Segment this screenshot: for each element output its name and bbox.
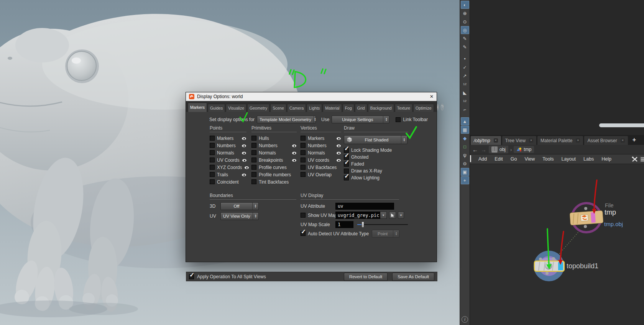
slider-handle[interactable] [361,222,364,228]
profile-curves-icon[interactable]: ⌐ [461,105,469,113]
back-icon[interactable]: ← [472,146,478,153]
dialog-tab[interactable]: Guides [208,104,225,112]
checkbox[interactable]: ✓ [251,143,256,148]
checkbox[interactable]: ✓ [251,158,256,162]
checkbox[interactable]: ✓ [301,150,306,155]
menu-item[interactable]: Tools [539,156,557,162]
handles-icon[interactable]: ✎ [461,43,469,51]
show-uv-map-checkbox[interactable]: ✓ [301,213,306,218]
uv-attribute-input[interactable] [335,203,394,210]
boundary-uv-dropdown[interactable]: UV View Only ▲▼ [220,212,259,220]
pane-tab[interactable]: Tree View × [502,136,536,145]
save-as-default-button[interactable]: Save As Default [392,273,434,281]
checkbox[interactable]: ✓ [251,136,256,141]
eye-icon[interactable] [242,143,246,148]
checkbox[interactable]: ✓ [301,158,306,162]
boundary-3d-dropdown[interactable]: Off ▲▼ [220,202,259,210]
point-normals-icon[interactable]: ✓ [461,63,469,71]
dialog-tab[interactable]: Material [323,104,342,112]
tools-icon[interactable] [632,156,638,162]
uv-attribute-type-dropdown[interactable]: Point ▲▼ [372,230,399,238]
close-icon[interactable]: ✕ [430,94,434,99]
checkbox[interactable]: ✓ [210,150,215,155]
auto-detect-checkbox[interactable]: ✓ [301,231,306,236]
menu-item[interactable]: Add [475,156,491,162]
add-light-icon[interactable]: ⊕ [461,9,469,17]
checkbox[interactable]: ✓ [301,143,306,148]
checkbox[interactable]: ✓ [210,165,215,170]
file-chooser-button[interactable] [389,212,396,219]
eye-icon[interactable] [242,158,246,162]
spinner-icon[interactable]: ▲▼ [401,136,407,144]
close-tab-icon[interactable]: × [529,138,533,143]
prim-numbers-icon[interactable]: 12 [461,97,469,105]
prim-normals-icon[interactable]: ◣ [461,89,469,97]
checkbox[interactable]: ✓ [301,172,306,177]
network-canvas[interactable] [470,164,644,325]
shading-mode-dropdown[interactable]: Flat Shaded ▲▼ [344,135,407,144]
shaded-mode-icon[interactable]: ▲ [461,117,469,125]
line-circle-icon[interactable]: ⊖ [461,159,469,167]
checkbox[interactable]: ✓ [210,143,215,148]
uv-map-combo[interactable]: uvgrid_grey.pic ▼ [335,212,387,219]
scope-dropdown[interactable]: Template Model Geometry ▲▼ [257,116,316,123]
scrollbar-thumb[interactable] [470,155,471,162]
checkbox[interactable]: ✓ [344,176,349,181]
lamp-icon[interactable]: ◐ [461,1,469,9]
eye-icon[interactable] [336,151,341,155]
node-name-label[interactable]: tmp [605,208,616,217]
snapshot-icon[interactable]: ▣ [461,168,469,176]
dialog-tab[interactable]: Visualize [226,104,246,112]
eye-icon[interactable] [242,172,246,177]
uv-overlay-icon[interactable]: □ [461,143,469,151]
info-icon[interactable]: i [462,316,468,323]
visualizer-pin-icon[interactable]: ⌖ [461,176,469,184]
point-numbers-icon[interactable]: 12 [461,80,469,88]
checkbox[interactable]: ✓ [251,165,256,170]
revert-to-default-button[interactable]: Revert to Default [344,273,388,281]
dialog-tab[interactable]: Lights [307,104,322,112]
panel-list-icon[interactable] [640,156,644,162]
pane-tab[interactable]: Material Palette × [537,136,583,145]
node-name-label[interactable]: topobuild1 [567,262,598,270]
wire-prong-icon[interactable]: ψ [461,151,469,159]
link-toolbar-checkbox[interactable]: ✓ [396,117,401,122]
menu-item[interactable]: Layout [558,156,580,162]
checkbox[interactable]: ✓ [251,172,256,177]
breadcrumb-tmp[interactable]: tmp [514,146,534,153]
textured-mode-icon[interactable]: ▦ [461,126,469,134]
checkbox[interactable]: ✓ [210,179,215,184]
dialog-titlebar[interactable]: Display Options: world ✕ [186,92,437,101]
apply-all-views-checkbox[interactable]: ✓ [189,274,194,279]
dialog-tab[interactable]: Geometry [247,104,269,112]
checkbox[interactable]: ✓ [301,165,306,170]
menu-item[interactable]: Labs [580,156,598,162]
uv-map-menu-button[interactable]: ▼ [398,212,404,219]
eye-icon[interactable] [292,151,297,155]
node-file-path-label[interactable]: tmp.obj [604,221,623,227]
pane-tab[interactable]: Asset Browser × [584,136,628,145]
checkbox[interactable]: ✓ [210,136,215,141]
checkbox[interactable]: ✓ [210,172,215,177]
menu-item[interactable]: Edit [491,156,507,162]
dialog-tab[interactable]: Texture [395,104,412,112]
headlight-icon[interactable]: ⊙ [461,18,469,26]
spinner-icon[interactable]: ▲▼ [252,203,258,210]
view-annotate-icon[interactable]: ✎ [461,34,469,43]
checkbox[interactable]: ✓ [344,162,349,167]
uv-map-scale-slider[interactable] [357,222,408,228]
dialog-tab[interactable]: Grid [355,104,367,112]
spinner-icon[interactable]: ▲▼ [383,116,389,123]
info-icon[interactable]: i [437,104,439,110]
eye-icon[interactable] [292,158,297,162]
dialog-tab[interactable]: Camera [287,104,306,112]
checkbox[interactable]: ✓ [301,136,306,141]
spinner-icon[interactable]: ▲▼ [253,213,258,220]
checkbox[interactable]: ✓ [251,150,256,155]
dialog-tab[interactable]: Background [368,104,394,112]
use-dropdown[interactable]: Unique Settings ▲▼ [332,116,389,123]
eye-icon[interactable] [242,151,246,155]
view-camera-icon[interactable]: ◎ [461,26,469,34]
menu-item[interactable]: View [521,156,539,162]
new-tab-button[interactable]: + [629,136,639,143]
